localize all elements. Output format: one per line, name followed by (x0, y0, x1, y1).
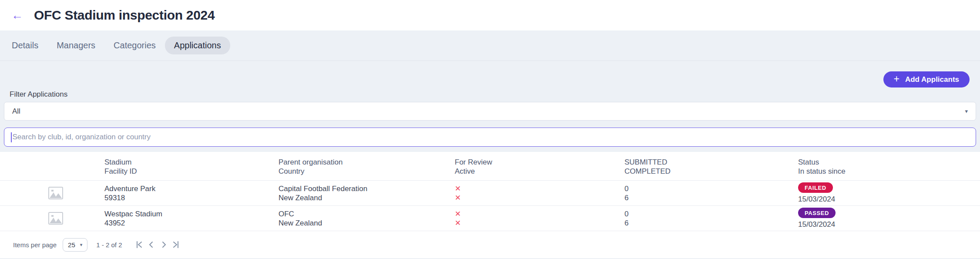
column-in-status-since-line2: In status since (798, 167, 980, 176)
stadium-thumbnail-cell (0, 212, 104, 225)
status-badge: PASSED (798, 208, 836, 218)
page-title: OFC Stadium inspection 2024 (34, 8, 215, 23)
in-status-since-date: 15/03/2024 (798, 220, 980, 229)
filter-applications-select[interactable]: All ▾ (4, 102, 976, 121)
column-for-review: For Review Active (455, 158, 624, 176)
chevron-right-icon (159, 240, 168, 249)
column-status-line1: Status (798, 158, 980, 167)
active-x-mark-icon: ✕ (455, 219, 624, 228)
stadium-thumbnail-cell (0, 187, 104, 199)
column-parent-line1: Parent organisation (279, 158, 455, 167)
image-placeholder-icon (48, 212, 63, 225)
column-for-review-line1: For Review (455, 158, 624, 167)
filter-applications-label: Filter Applications (10, 90, 980, 99)
table-row[interactable]: Westpac Stadium 43952 OFC New Zealand ✕ … (0, 206, 980, 231)
page-range-label: 1 - 2 of 2 (96, 241, 122, 249)
table-header-row: Stadium Facility ID Parent organisation … (0, 152, 980, 181)
page-header: ← OFC Stadium inspection 2024 (0, 0, 980, 30)
chevron-down-icon: ▾ (80, 242, 83, 248)
parent-organisation-cell: Capital Football Federation New Zealand (279, 184, 455, 202)
facility-id: 59318 (104, 193, 279, 202)
plus-icon: + (894, 74, 899, 84)
tab-applications[interactable]: Applications (165, 37, 230, 54)
completed-count: 6 (624, 219, 798, 228)
applications-table: Stadium Facility ID Parent organisation … (0, 152, 980, 258)
parent-organisation: Capital Football Federation (279, 184, 455, 193)
first-page-button[interactable] (133, 239, 145, 251)
last-page-icon (171, 240, 181, 249)
chevron-left-icon (147, 240, 156, 249)
column-submitted: SUBMITTED COMPLETED (624, 158, 798, 176)
search-input[interactable] (13, 133, 970, 141)
table-row[interactable]: Adventure Park 59318 Capital Football Fe… (0, 181, 980, 206)
column-parent-organisation: Parent organisation Country (279, 158, 455, 176)
tab-details[interactable]: Details (3, 37, 47, 54)
review-active-cell: ✕ ✕ (455, 184, 624, 202)
image-placeholder-icon (48, 187, 63, 199)
add-applicants-button[interactable]: + Add Applicants (883, 71, 970, 87)
status-cell: FAILED 15/03/2024 (798, 182, 980, 204)
column-active-line2: Active (455, 167, 624, 176)
parent-organisation-cell: OFC New Zealand (279, 209, 455, 228)
filter-selected-value: All (12, 107, 20, 116)
tab-bar: Details Managers Categories Applications (0, 30, 980, 61)
items-per-page-label: Items per page (13, 241, 57, 249)
column-facility-id-line2: Facility ID (104, 167, 279, 176)
submitted-count: 0 (624, 184, 798, 193)
column-status: Status In status since (798, 158, 980, 176)
submitted-completed-cell: 0 6 (624, 184, 798, 202)
page-size-value: 25 (68, 241, 75, 249)
column-country-line2: Country (279, 167, 455, 176)
stadium-name: Adventure Park (104, 184, 279, 193)
country: New Zealand (279, 193, 455, 202)
next-page-button[interactable] (158, 239, 170, 251)
stadium-cell: Adventure Park 59318 (104, 184, 279, 202)
text-cursor (11, 132, 12, 142)
column-stadium: Stadium Facility ID (104, 158, 279, 176)
status-cell: PASSED 15/03/2024 (798, 208, 980, 229)
status-badge: FAILED (798, 182, 833, 193)
page-size-select[interactable]: 25 ▾ (63, 238, 87, 252)
last-page-button[interactable] (170, 239, 182, 251)
active-x-mark-icon: ✕ (455, 193, 624, 202)
search-field-container (4, 128, 976, 147)
column-completed-line2: COMPLETED (624, 167, 798, 176)
tab-managers[interactable]: Managers (47, 37, 104, 54)
table-pagination: Items per page 25 ▾ 1 - 2 of 2 (0, 231, 980, 258)
completed-count: 6 (624, 193, 798, 202)
stadium-cell: Westpac Stadium 43952 (104, 209, 279, 228)
for-review-x-mark-icon: ✕ (455, 209, 624, 219)
for-review-x-mark-icon: ✕ (455, 184, 624, 193)
add-applicants-label: Add Applicants (905, 75, 959, 84)
country: New Zealand (279, 219, 455, 228)
column-stadium-line1: Stadium (104, 158, 279, 167)
column-submitted-line1: SUBMITTED (624, 158, 798, 167)
in-status-since-date: 15/03/2024 (798, 195, 980, 204)
parent-organisation: OFC (279, 209, 455, 219)
review-active-cell: ✕ ✕ (455, 209, 624, 228)
first-page-icon (134, 240, 144, 249)
tab-categories[interactable]: Categories (104, 37, 165, 54)
facility-id: 43952 (104, 219, 279, 228)
back-arrow-icon[interactable]: ← (11, 10, 29, 21)
chevron-down-icon: ▾ (965, 108, 968, 114)
submitted-count: 0 (624, 209, 798, 219)
previous-page-button[interactable] (145, 239, 158, 251)
applications-toolbar: + Add Applicants (0, 61, 980, 88)
stadium-name: Westpac Stadium (104, 209, 279, 219)
submitted-completed-cell: 0 6 (624, 209, 798, 228)
